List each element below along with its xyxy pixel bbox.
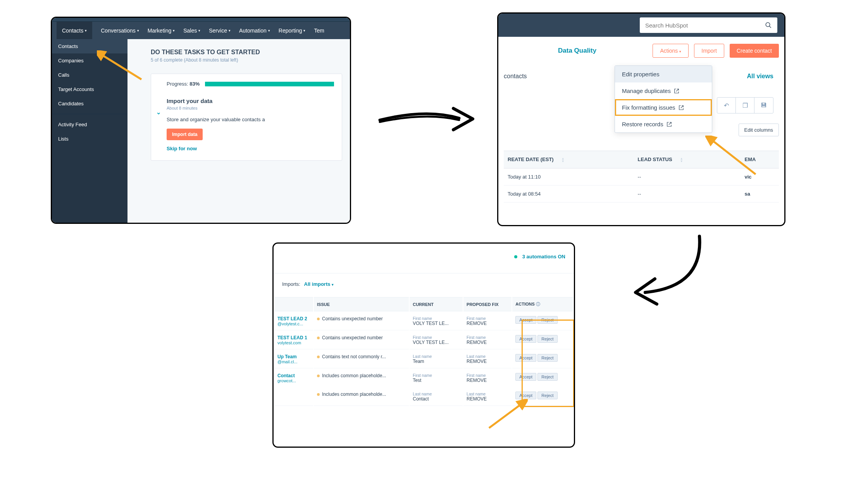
nav-conversations[interactable]: Conversations▾ — [101, 27, 139, 34]
nav-reporting[interactable]: Reporting▾ — [279, 27, 306, 34]
annotation-arrow-icon — [97, 50, 147, 85]
proposed-value: REMOVE — [467, 378, 508, 383]
sidebar-item-candidates[interactable]: Candidates — [52, 96, 127, 111]
proposed-value: REMOVE — [467, 321, 508, 326]
external-link-icon — [679, 105, 684, 110]
caret-down-icon: ▾ — [332, 283, 334, 287]
search-box[interactable] — [640, 17, 777, 33]
record-name[interactable]: TEST LEAD 2 — [277, 316, 310, 321]
warning-dot-icon — [317, 337, 320, 339]
dd-manage-duplicates[interactable]: Manage duplicates — [615, 82, 712, 99]
card-title: Import your data — [167, 98, 334, 104]
issue-text: Includes common placeholde... — [322, 373, 386, 378]
data-quality-link[interactable]: Data Quality — [558, 47, 596, 55]
sidebar-item-lists[interactable]: Lists — [52, 132, 127, 146]
nav-automation[interactable]: Automation▾ — [239, 27, 270, 34]
edit-columns-button[interactable]: Edit columns — [739, 124, 779, 136]
accept-button[interactable]: Accept — [515, 354, 536, 362]
topbar — [498, 14, 784, 37]
proposed-label: Last name — [467, 392, 508, 396]
svg-point-1 — [766, 22, 770, 27]
automations-status[interactable]: 3 automations ON — [522, 254, 565, 259]
table-row[interactable]: Contactgrowcot...Includes common placeho… — [274, 369, 573, 387]
dd-restore-records[interactable]: Restore records — [615, 116, 712, 132]
proposed-label: First name — [467, 373, 508, 378]
svg-line-3 — [711, 139, 756, 174]
caret-down-icon: ▾ — [303, 29, 305, 33]
nav-contacts[interactable]: Contacts▾ — [57, 22, 92, 39]
record-name[interactable]: Up Team — [277, 354, 310, 359]
caret-down-icon: ▾ — [229, 29, 231, 33]
th-issue: ISSUE — [314, 297, 409, 311]
th-current: CURRENT — [410, 297, 463, 311]
caret-down-icon: ▾ — [173, 29, 175, 33]
current-value: VOLY TEST LE... — [413, 340, 460, 345]
accept-button[interactable]: Accept — [515, 392, 536, 399]
nav-service[interactable]: Service▾ — [209, 27, 231, 34]
onboarding-card: Progress: 83% ⌄ Import your data About 8… — [151, 74, 342, 161]
contacts-panel: Data Quality Actions ▾ Import Create con… — [497, 12, 785, 226]
nav-marketing[interactable]: Marketing▾ — [148, 27, 175, 34]
imports-label: Imports: — [282, 281, 300, 287]
issue-text: Contains text not commonly r... — [322, 354, 386, 359]
svg-line-4 — [489, 404, 522, 428]
dd-fix-formatting[interactable]: Fix formatting issues — [615, 99, 712, 116]
reject-button[interactable]: Reject — [537, 354, 557, 362]
reject-button[interactable]: Reject — [537, 335, 557, 343]
skip-link[interactable]: Skip for now — [167, 146, 197, 151]
import-button[interactable]: Import — [694, 44, 724, 58]
import-data-button[interactable]: Import data — [167, 129, 203, 140]
accept-button[interactable]: Accept — [515, 335, 536, 343]
primary-nav: Contacts▾ Conversations▾ Marketing▾ Sale… — [52, 22, 350, 39]
undo-icon[interactable]: ↶ — [717, 98, 736, 113]
save-icon[interactable]: 💾︎ — [754, 98, 773, 113]
caret-down-icon: ▾ — [85, 29, 87, 33]
caret-down-icon: ▾ — [137, 29, 139, 33]
record-name[interactable]: TEST LEAD 1 — [277, 335, 310, 340]
sort-icon: ▲▼ — [561, 157, 565, 163]
imports-select[interactable]: All imports ▾ — [304, 281, 334, 287]
search-input[interactable] — [645, 22, 765, 29]
table-row[interactable]: TEST LEAD 2@volytest.c...Contains unexpe… — [274, 312, 573, 330]
current-label: Last name — [413, 392, 460, 396]
actions-button[interactable]: Actions ▾ — [653, 44, 689, 58]
sidebar-separator — [52, 114, 127, 114]
record-name[interactable]: Contact — [277, 373, 310, 378]
issue-text: Includes common placeholde... — [322, 392, 386, 397]
table-row[interactable]: TEST LEAD 1volytest.comContains unexpect… — [274, 331, 573, 349]
table-row[interactable]: Includes common placeholde...Last nameCo… — [274, 388, 573, 406]
copy-icon[interactable]: ❐ — [736, 98, 754, 113]
annotation-arrow-icon — [485, 399, 528, 434]
table-row[interactable]: Up Team@mail.cl...Contains text not comm… — [274, 350, 573, 368]
caret-down-icon: ▾ — [198, 29, 200, 33]
annotation-arrow-icon — [705, 136, 763, 182]
accept-button[interactable]: Accept — [515, 373, 536, 381]
reject-button[interactable]: Reject — [537, 392, 557, 399]
chevron-down-icon[interactable]: ⌄ — [156, 109, 161, 116]
record-email: growcot... — [277, 378, 310, 383]
reject-button[interactable]: Reject — [537, 373, 557, 381]
create-contact-button[interactable]: Create contact — [730, 44, 779, 58]
sort-icon: ▲▼ — [680, 157, 683, 163]
accept-button[interactable]: Accept — [515, 316, 536, 324]
proposed-label: First name — [467, 316, 508, 321]
info-icon[interactable]: ⓘ — [536, 302, 540, 306]
all-views-link[interactable]: All views — [747, 73, 773, 80]
caret-down-icon: ▾ — [268, 29, 270, 33]
svg-line-2 — [769, 26, 771, 28]
proposed-value: REMOVE — [467, 340, 508, 345]
flow-arrow-icon — [376, 99, 477, 137]
current-label: First name — [413, 335, 460, 340]
dd-edit-properties[interactable]: Edit properties — [615, 66, 712, 82]
table-row[interactable]: Today at 08:54--sa — [504, 185, 779, 202]
issues-table: ISSUE CURRENT PROPOSED FIX ACTIONS ⓘ TES… — [274, 296, 574, 407]
proposed-label: Last name — [467, 354, 508, 359]
flow-arrow-icon — [622, 232, 707, 310]
sidebar-item-activity-feed[interactable]: Activity Feed — [52, 117, 127, 132]
th-actions: ACTIONS ⓘ — [512, 297, 573, 311]
th-create-date[interactable]: REATE DATE (EST)▲▼ — [504, 151, 634, 168]
nav-overflow[interactable]: Tem — [314, 27, 324, 34]
reject-button[interactable]: Reject — [537, 316, 557, 324]
toolbar-icons: ↶ ❐ 💾︎ — [717, 97, 773, 113]
nav-sales[interactable]: Sales▾ — [183, 27, 200, 34]
